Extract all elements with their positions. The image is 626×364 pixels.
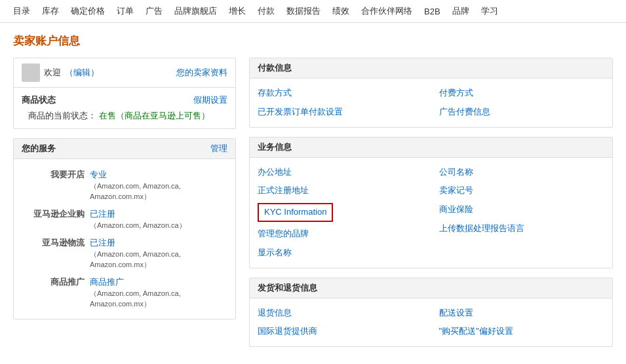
kyc-information-link[interactable]: KYC Information	[258, 203, 333, 222]
service-name: 亚马逊企业购	[22, 205, 87, 234]
status-detail: 商品的当前状态： 在售（商品在亚马逊上可售）	[22, 110, 227, 122]
payment-info-grid: 存款方式已开发票订单付款设置 付费方式广告付费信息	[250, 84, 612, 122]
nav-item-广告[interactable]: 广告	[146, 5, 163, 17]
shipping-info-grid: 退货信息国际退货提供商 配送设置"购买配送"偏好设置	[250, 304, 612, 342]
services-table: 我要开店 专业 （Amazon.com, Amazon.ca, Amazon.c…	[22, 166, 227, 312]
info-link[interactable]: 公司名称	[431, 163, 613, 182]
shipping-col2: 配送设置"购买配送"偏好设置	[431, 304, 613, 342]
info-link[interactable]: 已开发票订单付款设置	[250, 103, 431, 122]
top-navigation: 目录库存确定价格订单广告品牌旗舰店增长付款数据报告绩效合作伙伴网络B2B品牌学习	[0, 0, 626, 23]
info-link[interactable]: 正式注册地址	[250, 181, 431, 200]
payment-info-card: 付款信息 存款方式已开发票订单付款设置 付费方式广告付费信息	[249, 58, 613, 128]
nav-item-品牌[interactable]: 品牌	[452, 5, 469, 17]
product-status-title: 商品状态	[22, 94, 56, 106]
nav-item-B2B[interactable]: B2B	[424, 7, 440, 16]
info-link[interactable]: 存款方式	[250, 84, 431, 103]
services-body: 我要开店 专业 （Amazon.com, Amazon.ca, Amazon.c…	[14, 159, 235, 319]
seller-profile-link[interactable]: 您的卖家资料	[176, 67, 227, 79]
info-link[interactable]: 显示名称	[250, 244, 431, 263]
nav-item-付款[interactable]: 付款	[258, 5, 275, 17]
payment-info-header: 付款信息	[250, 58, 612, 79]
info-link[interactable]: 上传数据处理报告语言	[431, 219, 613, 238]
welcome-prefix: 欢迎	[44, 67, 61, 79]
business-info-header: 业务信息	[250, 137, 612, 158]
account-summary-card: 欢迎 （编辑） 您的卖家资料 商品状态 假期设置 商品的当前状态： 在售（商品在…	[13, 58, 236, 129]
payment-info-body: 存款方式已开发票订单付款设置 付费方式广告付费信息	[250, 79, 612, 127]
nav-item-数据报告[interactable]: 数据报告	[286, 5, 321, 17]
service-row: 亚马逊物流 已注册 （Amazon.com, Amazon.ca, Amazon…	[22, 234, 227, 273]
nav-item-品牌旗舰店[interactable]: 品牌旗舰店	[174, 5, 217, 17]
nav-item-目录[interactable]: 目录	[13, 5, 30, 17]
nav-item-合作伙伴网络[interactable]: 合作伙伴网络	[361, 5, 412, 17]
service-name: 亚马逊物流	[22, 234, 87, 273]
services-header: 您的服务 管理	[14, 139, 235, 159]
business-info-card: 业务信息 办公地址正式注册地址KYC Information管理您的品牌显示名称…	[249, 137, 613, 268]
service-name: 我要开店	[22, 166, 87, 205]
shipping-info-header: 发货和退货信息	[250, 278, 612, 299]
info-link[interactable]: 付费方式	[431, 84, 613, 103]
services-title: 您的服务	[22, 143, 56, 155]
payment-col2: 付费方式广告付费信息	[431, 84, 613, 122]
nav-item-订单[interactable]: 订单	[117, 5, 134, 17]
services-card: 您的服务 管理 我要开店 专业 （Amazon.com, Amazon.ca, …	[13, 138, 236, 319]
welcome-left: 欢迎 （编辑）	[22, 64, 99, 82]
service-row: 我要开店 专业 （Amazon.com, Amazon.ca, Amazon.c…	[22, 166, 227, 205]
status-value: 在售（商品在亚马逊上可售）	[99, 111, 210, 120]
shipping-info-card: 发货和退货信息 退货信息国际退货提供商 配送设置"购买配送"偏好设置	[249, 278, 613, 348]
info-link[interactable]: 广告付费信息	[431, 103, 613, 122]
info-link[interactable]: 办公地址	[250, 163, 431, 182]
product-status-section: 商品状态 假期设置 商品的当前状态： 在售（商品在亚马逊上可售）	[14, 88, 235, 128]
edit-link[interactable]: （编辑）	[65, 67, 99, 79]
page-title: 卖家账户信息	[13, 33, 613, 48]
business-col1: 办公地址正式注册地址KYC Information管理您的品牌显示名称	[250, 163, 431, 263]
nav-item-增长[interactable]: 增长	[229, 5, 246, 17]
business-info-title: 业务信息	[258, 141, 292, 153]
welcome-row: 欢迎 （编辑） 您的卖家资料	[14, 58, 235, 88]
nav-item-学习[interactable]: 学习	[481, 5, 498, 17]
status-row: 商品状态 假期设置	[22, 94, 227, 106]
service-details: 专业 （Amazon.com, Amazon.ca, Amazon.com.mx…	[87, 166, 227, 205]
avatar	[22, 64, 40, 82]
info-link[interactable]: 配送设置	[431, 304, 613, 323]
info-link[interactable]: 卖家记号	[431, 181, 613, 200]
business-info-body: 办公地址正式注册地址KYC Information管理您的品牌显示名称 公司名称…	[250, 158, 612, 268]
business-info-grid: 办公地址正式注册地址KYC Information管理您的品牌显示名称 公司名称…	[250, 163, 612, 263]
info-link[interactable]: 退货信息	[250, 304, 431, 323]
service-row: 商品推广 商品推广 （Amazon.com, Amazon.ca, Amazon…	[22, 273, 227, 312]
nav-item-确定价格[interactable]: 确定价格	[71, 5, 105, 17]
info-link[interactable]: "购买配送"偏好设置	[431, 322, 613, 341]
payment-col1: 存款方式已开发票订单付款设置	[250, 84, 431, 122]
payment-info-title: 付款信息	[258, 62, 292, 74]
shipping-col1: 退货信息国际退货提供商	[250, 304, 431, 342]
vacation-link[interactable]: 假期设置	[193, 94, 227, 106]
left-column: 欢迎 （编辑） 您的卖家资料 商品状态 假期设置 商品的当前状态： 在售（商品在…	[13, 58, 236, 347]
service-details: 商品推广 （Amazon.com, Amazon.ca, Amazon.com.…	[87, 273, 227, 312]
info-link[interactable]: 管理您的品牌	[250, 225, 431, 244]
service-row: 亚马逊企业购 已注册 （Amazon.com, Amazon.ca）	[22, 205, 227, 234]
right-column: 付款信息 存款方式已开发票订单付款设置 付费方式广告付费信息 业务信息 办公地址…	[249, 58, 613, 347]
service-name: 商品推广	[22, 273, 87, 312]
services-manage-link[interactable]: 管理	[210, 143, 227, 155]
service-details: 已注册 （Amazon.com, Amazon.ca, Amazon.com.m…	[87, 234, 227, 273]
info-link[interactable]: 国际退货提供商	[250, 322, 431, 341]
business-col2: 公司名称卖家记号商业保险上传数据处理报告语言	[431, 163, 613, 263]
nav-item-库存[interactable]: 库存	[42, 5, 59, 17]
shipping-info-body: 退货信息国际退货提供商 配送设置"购买配送"偏好设置	[250, 299, 612, 347]
info-link[interactable]: 商业保险	[431, 200, 613, 219]
status-label: 商品的当前状态：	[28, 111, 96, 120]
service-details: 已注册 （Amazon.com, Amazon.ca）	[87, 205, 227, 234]
shipping-info-title: 发货和退货信息	[258, 282, 317, 294]
nav-item-绩效[interactable]: 绩效	[332, 5, 349, 17]
